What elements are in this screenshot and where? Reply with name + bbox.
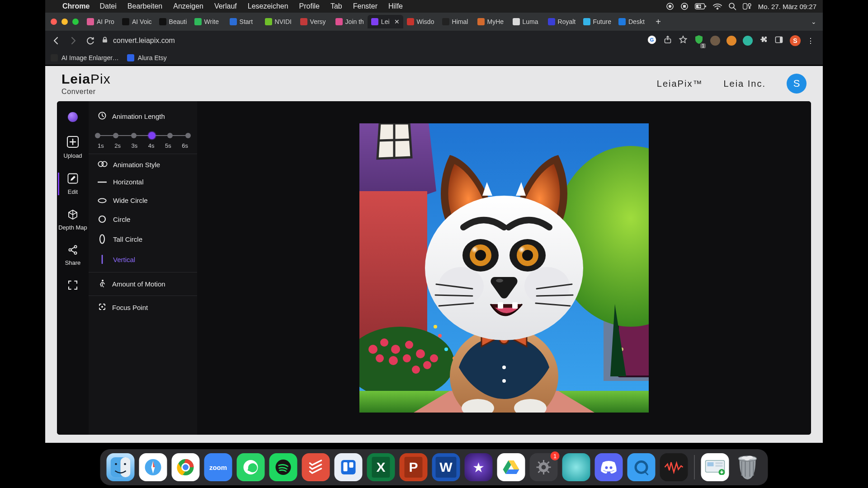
dock-settings-icon[interactable]: 1	[530, 453, 558, 481]
browser-tab[interactable]: Wisdo	[403, 15, 439, 28]
chrome-profile-avatar[interactable]: S	[790, 35, 801, 46]
sidebar-item-edit[interactable]: Edit	[67, 173, 79, 195]
dock-voice-memos-icon[interactable]	[660, 453, 688, 481]
dock-excel-icon[interactable]: X	[367, 453, 395, 481]
browser-tab[interactable]: NVIDI	[261, 15, 297, 28]
menu-tab[interactable]: Tab	[325, 2, 348, 10]
sidebar-item-fullscreen[interactable]	[67, 280, 78, 292]
dock-trello-icon[interactable]	[335, 453, 363, 481]
search-icon[interactable]	[728, 2, 736, 10]
extension-2-icon[interactable]	[710, 36, 720, 46]
bookmark-alura-etsy[interactable]: Alura Etsy	[127, 54, 167, 61]
browser-tab[interactable]: Luma	[509, 15, 544, 28]
browser-tab[interactable]: Beauti	[156, 15, 191, 28]
dock-word-icon[interactable]: W	[432, 453, 460, 481]
bookmark-ai-enlarger[interactable]: AI Image Enlarger…	[51, 54, 119, 61]
slider-tick[interactable]	[113, 133, 118, 138]
tab-close-icon[interactable]: ✕	[394, 18, 400, 25]
dock-trash-icon[interactable]	[734, 453, 762, 481]
reload-button[interactable]	[84, 34, 97, 47]
window-zoom-button[interactable]	[72, 19, 79, 25]
browser-tab[interactable]: Versy	[297, 15, 332, 28]
slider-tick[interactable]	[131, 133, 137, 138]
preview-canvas[interactable]	[197, 101, 811, 435]
menu-fenster[interactable]: Fenster	[348, 2, 383, 10]
menu-bearbeiten[interactable]: Bearbeiten	[122, 2, 168, 10]
dock-siri-icon[interactable]	[562, 453, 590, 481]
record-icon[interactable]	[666, 2, 674, 10]
dock-whatsapp-icon[interactable]	[237, 453, 265, 481]
dock-spotify-icon[interactable]	[269, 453, 297, 481]
menu-hilfe[interactable]: Hilfe	[383, 2, 408, 10]
dock-imovie-icon[interactable]: ★	[465, 453, 493, 481]
dock-discord-icon[interactable]	[595, 453, 623, 481]
slider-tick[interactable]	[185, 133, 191, 138]
style-option-vertical[interactable]: Vertical	[89, 249, 197, 269]
style-option-horizontal[interactable]: Horizontal	[89, 173, 197, 191]
omnibox[interactable]: convert.leiapix.com	[101, 34, 175, 47]
slider-tick[interactable]	[167, 133, 173, 138]
app-avatar[interactable]: S	[787, 74, 807, 94]
brand-orb-icon[interactable]	[68, 112, 78, 122]
browser-tab[interactable]: Royalt	[544, 15, 580, 28]
slider-tick[interactable]	[148, 132, 156, 139]
browser-tab[interactable]: Join th	[332, 15, 368, 28]
dock-safari-icon[interactable]	[139, 453, 167, 481]
nav-leiainc[interactable]: Leia Inc.	[723, 79, 766, 89]
translate-icon[interactable]: G	[647, 35, 657, 47]
sidebar-item-upload[interactable]: Upload	[63, 136, 82, 159]
control-center-icon[interactable]	[743, 3, 752, 9]
style-option-wide_circle[interactable]: Wide Circle	[89, 191, 197, 210]
dock-drive-icon[interactable]	[497, 453, 525, 481]
tab-dropdown-button[interactable]: ⌄	[807, 18, 820, 25]
menu-datei[interactable]: Datei	[94, 2, 122, 10]
star-icon[interactable]	[679, 35, 688, 46]
section-amount-of-motion[interactable]: Amount of Motion	[89, 275, 197, 293]
menu-anzeigen[interactable]: Anzeigen	[168, 2, 209, 10]
dock-zoom-icon[interactable]: zoom	[204, 453, 232, 481]
browser-tab[interactable]: Start	[226, 15, 261, 28]
sidebar-item-share[interactable]: Share	[65, 244, 81, 266]
dock-powerpoint-icon[interactable]: P	[400, 453, 428, 481]
animation-length-slider[interactable]: 1s2s3s4s5s6s	[89, 125, 197, 151]
dock-finder-icon[interactable]	[107, 453, 135, 481]
adblock-extension-icon[interactable]: 1	[694, 35, 704, 47]
style-option-tall_circle[interactable]: Tall Circle	[89, 229, 197, 249]
browser-tab[interactable]: AI Voic	[118, 15, 156, 28]
browser-tab[interactable]: AI Pro	[83, 15, 118, 28]
dock-todoist-icon[interactable]	[302, 453, 330, 481]
new-tab-button[interactable]: +	[653, 16, 664, 27]
kebab-menu-icon[interactable]: ⋮	[807, 37, 815, 45]
extensions-puzzle-icon[interactable]	[759, 35, 768, 46]
dock-chrome-icon[interactable]	[172, 453, 200, 481]
menu-verlauf[interactable]: Verlauf	[209, 2, 242, 10]
nav-leiapix[interactable]: LeiaPix™	[657, 79, 703, 89]
forward-button[interactable]	[67, 34, 80, 47]
browser-tab[interactable]: Write	[191, 15, 226, 28]
style-option-circle[interactable]: Circle	[89, 210, 197, 229]
brand-logo[interactable]: LeiaPix Converter	[61, 71, 111, 96]
back-button[interactable]	[50, 34, 62, 47]
wifi-icon[interactable]	[713, 3, 722, 10]
dock-quicktime-icon[interactable]	[627, 453, 656, 481]
browser-tab[interactable]: Himal	[439, 15, 474, 28]
browser-tab[interactable]: Lei✕	[368, 15, 403, 28]
browser-tab[interactable]: Future	[580, 15, 615, 28]
menu-profile[interactable]: Profile	[294, 2, 325, 10]
dock-downloads-icon[interactable]	[701, 453, 729, 481]
menubar-clock[interactable]: Mo. 27. März 09:27	[758, 3, 816, 10]
menu-lesezeichen[interactable]: Lesezeichen	[242, 2, 294, 10]
section-focus-point[interactable]: Focus Point	[89, 299, 197, 316]
extension-3-icon[interactable]	[726, 36, 736, 46]
sidebar-item-depth[interactable]: Depth Map	[58, 209, 87, 231]
browser-tab[interactable]: MyHe	[474, 15, 509, 28]
window-minimize-button[interactable]	[61, 19, 68, 25]
extension-4-icon[interactable]	[743, 36, 753, 46]
slider-tick[interactable]	[95, 133, 100, 138]
share-icon[interactable]	[663, 35, 672, 46]
window-close-button[interactable]	[51, 19, 57, 25]
battery-icon[interactable]	[695, 3, 707, 9]
browser-tab[interactable]: Deskt	[615, 15, 650, 28]
active-app-name[interactable]: Chrome	[58, 2, 94, 10]
stop-icon[interactable]	[680, 2, 689, 10]
